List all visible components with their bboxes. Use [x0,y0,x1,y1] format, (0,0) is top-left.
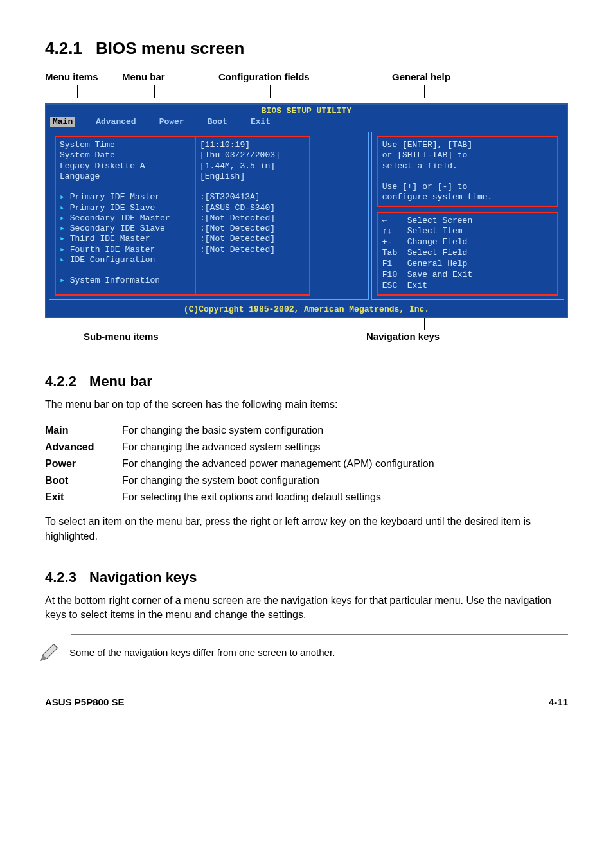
menu-desc: For changing the basic system configurat… [122,422,568,439]
callout-tick [129,318,129,330]
menu-desc: For changing the system boot configurati… [122,472,568,489]
bios-help-box: Use [ENTER], [TAB] or [SHIFT-TAB] to sel… [377,136,558,207]
bios-tab-power[interactable]: Power [157,117,187,127]
callout-general-help: General help [392,71,450,82]
callout-tick [424,85,425,98]
callout-bottom-row: Sub-menu items Navigation keys [45,318,568,348]
bios-right-panel: Use [ENTER], [TAB] or [SHIFT-TAB] to sel… [371,132,564,300]
callout-submenu: Sub-menu items [84,331,159,342]
bios-field-value: :[Not Detected] [200,213,305,224]
section-num: 4.2.3 [45,569,76,585]
menu-desc: For changing the advanced system setting… [122,439,568,456]
bios-submenu-item[interactable]: Fourth IDE Master [70,245,155,254]
table-row: PowerFor changing the advanced power man… [45,456,568,472]
menu-key: Boot [45,472,122,489]
callout-config-fields: Configuration fields [218,71,310,82]
nav-key: F1 General Help [382,259,553,270]
note-text: Some of the navigation keys differ from … [69,647,335,658]
section-title-text: BIOS menu screen [96,39,244,58]
menu-desc: For changing the advanced power manageme… [122,456,568,472]
menu-key: Power [45,456,122,472]
nav-key: ↑↓ Select Item [382,226,553,237]
callout-tick [77,85,78,98]
bios-config-fields-box: [11:10:19] [Thu 03/27/2003] [1.44M, 3.5 … [195,136,310,296]
nav-key: ESC Exit [382,281,553,292]
page-footer: ASUS P5P800 SE 4-11 [45,691,568,707]
bios-item[interactable]: Legacy Diskette A [60,161,191,172]
callout-tick [424,318,425,330]
section-4-2-3-title: 4.2.3 Navigation keys [45,569,568,586]
bios-field-value[interactable]: [11:10:19] [200,140,305,150]
callout-top-row: Menu items Menu bar Configuration fields… [45,71,568,89]
paragraph: The menu bar on top of the screen has th… [45,398,568,412]
section-num: 4.2.1 [45,39,82,58]
bios-item[interactable]: System Date [60,150,191,161]
nav-key: F10 Save and Exit [382,270,553,281]
callout-tick [270,85,271,98]
callout-menu-bar: Menu bar [122,71,165,82]
bios-submenu-item[interactable]: Primary IDE Master [70,192,160,202]
pencil-icon [37,641,60,664]
section-title-text: Menu bar [89,373,152,389]
bios-submenu-item[interactable]: Primary IDE Slave [70,203,155,213]
section-4-2-1-title: 4.2.1 BIOS menu screen [45,39,568,58]
bios-submenu-item[interactable]: IDE Configuration [70,255,155,265]
paragraph: To select an item on the menu bar, press… [45,515,568,544]
help-text: Use [ENTER], [TAB] [382,140,553,150]
bios-field-value[interactable]: [English] [200,172,305,182]
bios-menu-items-box: System Time System Date Legacy Diskette … [55,136,196,296]
bios-submenu-item[interactable]: Third IDE Master [70,234,150,244]
menu-key: Main [45,422,122,439]
help-text: or [SHIFT-TAB] to [382,150,553,161]
bios-tab-advanced[interactable]: Advanced [93,117,138,127]
nav-key: ← Select Screen [382,216,553,227]
help-text: Use [+] or [-] to [382,182,553,192]
callout-tick [154,85,155,98]
section-4-2-2-title: 4.2.2 Menu bar [45,373,568,390]
nav-key: Tab Select Field [382,248,553,259]
bios-tab-exit[interactable]: Exit [248,117,273,127]
bios-field-value: :[Not Detected] [200,245,305,255]
footer-product: ASUS P5P800 SE [45,696,124,707]
bios-title: BIOS SETUP UTILITY [46,105,567,117]
callout-menu-items: Menu items [45,71,98,82]
bios-left-panel: System Time System Date Legacy Diskette … [49,132,369,300]
bios-field-value: :[Not Detected] [200,224,305,234]
nav-key: +- Change Field [382,237,553,248]
bios-nav-box: ← Select Screen ↑↓ Select Item +- Change… [377,212,558,296]
menu-key: Advanced [45,439,122,456]
table-row: MainFor changing the basic system config… [45,422,568,439]
bios-field-value: :[Not Detected] [200,234,305,244]
section-num: 4.2.2 [45,373,76,389]
footer-page-num: 4-11 [549,696,568,707]
menu-key: Exit [45,489,122,506]
bios-field-value[interactable]: [1.44M, 3.5 in] [200,161,305,172]
help-text: configure system time. [382,192,553,202]
bios-copyright: (C)Copyright 1985-2002, American Megatre… [46,303,567,317]
section-title-text: Navigation keys [89,569,197,585]
bios-item[interactable]: System Time [60,140,191,150]
menu-desc: For selecting the exit options and loadi… [122,489,568,506]
bios-item[interactable]: Language [60,172,191,182]
bios-tab-main[interactable]: Main [50,117,75,127]
bios-tab-boot[interactable]: Boot [205,117,230,127]
bios-submenu-item[interactable]: Secondary IDE Slave [70,224,165,233]
bios-submenu-item[interactable]: Secondary IDE Master [70,213,170,223]
bios-screenshot: BIOS SETUP UTILITY Main Advanced Power B… [45,103,568,318]
table-row: ExitFor selecting the exit options and l… [45,489,568,506]
note-box: Some of the navigation keys differ from … [71,634,568,671]
table-row: BootFor changing the system boot configu… [45,472,568,489]
bios-field-value[interactable]: [Thu 03/27/2003] [200,150,305,161]
bios-menubar: Main Advanced Power Boot Exit [46,117,567,129]
paragraph: At the bottom right corner of a menu scr… [45,594,568,623]
table-row: AdvancedFor changing the advanced system… [45,439,568,456]
callout-navkeys: Navigation keys [366,331,440,342]
help-text: select a field. [382,161,553,172]
menu-description-table: MainFor changing the basic system config… [45,422,568,506]
bios-field-value: :[ASUS CD-S340] [200,203,305,213]
bios-field-value: :[ST320413A] [200,192,305,202]
bios-submenu-item[interactable]: System Information [70,276,160,285]
